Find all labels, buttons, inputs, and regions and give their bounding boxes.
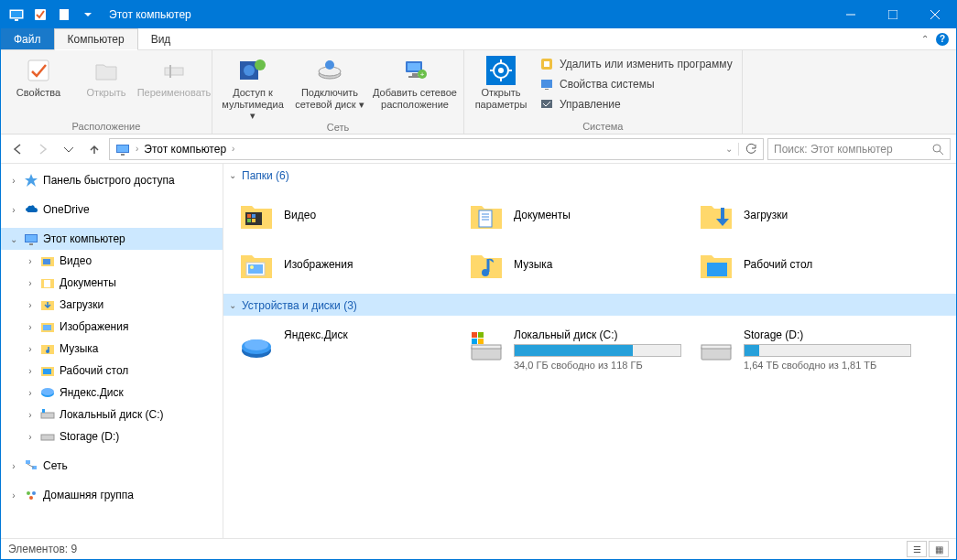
search-input[interactable]: Поиск: Этот компьютер xyxy=(767,138,951,160)
titlebar: Этот компьютер xyxy=(1,1,956,28)
svg-rect-59 xyxy=(41,435,54,440)
drive-icon xyxy=(39,406,56,423)
tree-this-pc[interactable]: ⌄Этот компьютер xyxy=(1,228,223,250)
svg-point-65 xyxy=(29,496,33,500)
drive-d-usage-bar xyxy=(744,344,911,357)
settings-icon xyxy=(486,56,516,85)
qat-new-icon[interactable] xyxy=(54,5,74,25)
uninstall-label: Удалить или изменить программу xyxy=(560,58,733,70)
svg-rect-88 xyxy=(478,339,484,344)
folder-music[interactable]: Музыка xyxy=(462,242,687,286)
svg-point-13 xyxy=(244,65,255,76)
media-label: Доступ к мультимедиа ▾ xyxy=(218,87,288,122)
yadisk-icon xyxy=(39,384,56,401)
svg-line-40 xyxy=(940,151,943,155)
svg-rect-86 xyxy=(478,332,484,338)
group-system-label: Система xyxy=(470,121,736,134)
address-bar[interactable]: › Этот компьютер › ⌄ xyxy=(109,138,764,160)
close-button[interactable] xyxy=(914,1,956,28)
tree-documents[interactable]: ›Документы xyxy=(1,272,223,294)
open-label: Открыть xyxy=(86,87,125,99)
svg-rect-79 xyxy=(707,263,727,276)
file-menu[interactable]: Файл xyxy=(1,28,54,49)
drive-icon xyxy=(39,428,56,445)
view-details-button[interactable]: ☰ xyxy=(907,541,927,557)
tree-network[interactable]: ›Сеть xyxy=(1,455,223,477)
nav-back-button[interactable] xyxy=(6,138,28,160)
svg-rect-85 xyxy=(472,332,477,338)
address-dropdown-icon[interactable]: ⌄ xyxy=(720,144,738,154)
svg-point-26 xyxy=(498,68,504,73)
folder-documents[interactable]: Документы xyxy=(462,193,687,237)
help-icon[interactable]: ? xyxy=(936,33,949,46)
open-settings-button[interactable]: Открыть параметры xyxy=(470,52,532,110)
tab-view[interactable]: Вид xyxy=(138,28,185,49)
folder-downloads[interactable]: Загрузки xyxy=(692,193,917,237)
minimize-button[interactable] xyxy=(830,1,872,28)
folder-desktop[interactable]: Рабочий стол xyxy=(692,242,917,286)
qat-dropdown-icon[interactable] xyxy=(78,5,98,25)
tree-onedrive[interactable]: ›OneDrive xyxy=(1,199,223,221)
svg-text:+: + xyxy=(420,70,425,79)
tree-drive-c[interactable]: ›Локальный диск (C:) xyxy=(1,404,223,425)
address-crumb[interactable]: Этот компьютер xyxy=(138,143,232,156)
drive-c-icon xyxy=(468,328,505,365)
drive-d[interactable]: Storage (D:) 1,64 ТБ свободно из 1,81 ТБ xyxy=(692,323,917,376)
folder-video[interactable]: Видео xyxy=(233,193,457,237)
nav-recent-button[interactable] xyxy=(58,138,80,160)
folder-pictures[interactable]: Изображения xyxy=(233,242,457,286)
add-network-button[interactable]: + Добавить сетевое расположение xyxy=(372,52,458,110)
open-icon xyxy=(92,56,121,85)
group-header-folders[interactable]: ⌄Папки (6) xyxy=(223,164,956,186)
properties-button[interactable]: Свойства xyxy=(6,52,71,99)
properties-icon xyxy=(24,56,53,85)
svg-rect-37 xyxy=(117,145,128,152)
qat-properties-icon[interactable] xyxy=(30,5,50,25)
search-placeholder: Поиск: Этот компьютер xyxy=(774,143,931,156)
map-drive-button[interactable]: Подключить сетевой диск ▾ xyxy=(291,52,368,110)
group-network-label: Сеть xyxy=(218,122,458,135)
media-access-button[interactable]: Доступ к мультимедиа ▾ xyxy=(218,52,288,122)
nav-up-button[interactable] xyxy=(83,138,105,160)
tree-pictures[interactable]: ›Изображения xyxy=(1,316,223,338)
svg-rect-60 xyxy=(26,460,30,464)
svg-rect-67 xyxy=(247,214,251,218)
add-network-label: Добавить сетевое расположение xyxy=(372,87,458,110)
nav-forward-button xyxy=(32,138,54,160)
manage-button[interactable]: Управление xyxy=(536,94,736,114)
menubar: Файл Компьютер Вид ⌃ ? xyxy=(1,28,956,50)
tab-computer[interactable]: Компьютер xyxy=(54,28,138,50)
tree-music[interactable]: ›Музыка xyxy=(1,338,223,360)
group-location-label: Расположение xyxy=(6,121,206,134)
manage-label: Управление xyxy=(560,98,621,111)
group-header-drives[interactable]: ⌄Устройства и диски (3) xyxy=(223,294,956,316)
uninstall-button[interactable]: Удалить или изменить программу xyxy=(536,54,736,74)
tree-quick-access[interactable]: ›Панель быстрого доступа xyxy=(1,169,223,191)
svg-point-39 xyxy=(933,145,941,152)
ribbon-collapse-icon[interactable]: ⌃ xyxy=(921,34,929,44)
maximize-button[interactable] xyxy=(872,1,914,28)
rename-label: Переименовать xyxy=(137,87,212,99)
svg-rect-9 xyxy=(28,60,49,81)
pc-icon xyxy=(23,231,39,247)
app-icon xyxy=(6,5,27,25)
refresh-button[interactable] xyxy=(738,143,763,156)
status-item-count: Элементов: 9 xyxy=(8,543,77,555)
svg-rect-38 xyxy=(121,154,125,156)
tree-video[interactable]: ›Видео xyxy=(1,250,223,272)
drive-c[interactable]: Локальный диск (C:) 34,0 ГБ свободно из … xyxy=(462,323,687,376)
drive-c-usage-bar xyxy=(514,344,681,357)
tree-homegroup[interactable]: ›Домашняя группа xyxy=(1,484,223,506)
sys-props-button[interactable]: Свойства системы xyxy=(536,74,736,94)
view-tiles-button[interactable]: ▦ xyxy=(929,541,949,557)
downloads-folder-icon xyxy=(39,296,56,313)
drive-yadisk[interactable]: Яндекс.Диск xyxy=(233,323,457,376)
tree-downloads[interactable]: ›Загрузки xyxy=(1,294,223,316)
music-folder-icon xyxy=(39,340,56,357)
tree-yadisk[interactable]: ›Яндекс.Диск xyxy=(1,382,223,404)
tree-drive-d[interactable]: ›Storage (D:) xyxy=(1,425,223,447)
uninstall-icon xyxy=(539,57,554,71)
pictures-folder-icon xyxy=(238,246,275,283)
svg-rect-34 xyxy=(545,89,549,90)
tree-desktop[interactable]: ›Рабочий стол xyxy=(1,360,223,382)
